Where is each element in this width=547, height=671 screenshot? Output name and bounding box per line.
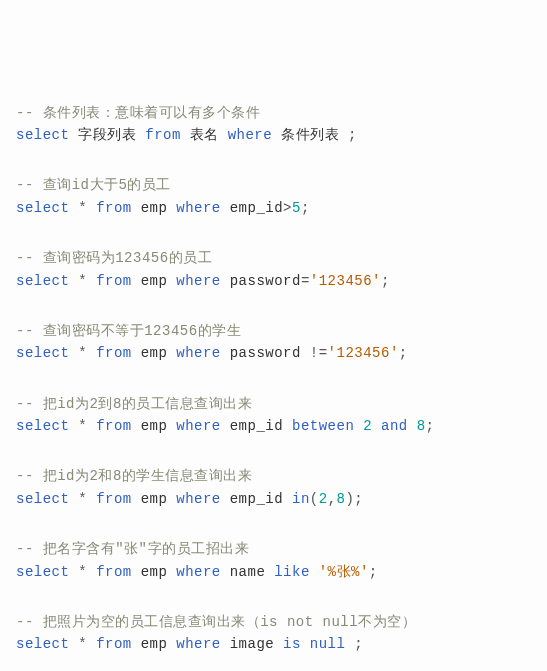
blank-line xyxy=(16,597,531,611)
token-ident xyxy=(408,418,417,434)
token-comment: -- 条件列表：意味着可以有多个条件 xyxy=(16,105,260,121)
token-ident: image xyxy=(221,636,283,652)
token-kw: where xyxy=(176,200,221,216)
token-ident: emp xyxy=(132,200,177,216)
token-kw: from xyxy=(145,127,181,143)
token-kw: select xyxy=(16,418,69,434)
token-ident: password xyxy=(221,345,310,361)
token-str: '123456' xyxy=(310,273,381,289)
token-ident xyxy=(87,200,96,216)
token-str: '123456' xyxy=(328,345,399,361)
blank-line xyxy=(16,437,531,451)
token-ident xyxy=(69,200,78,216)
code-line: -- 把id为2到8的员工信息查询出来 xyxy=(16,393,531,415)
token-ident: emp_id xyxy=(221,418,292,434)
token-punct: ( xyxy=(310,491,319,507)
token-num: 8 xyxy=(417,418,426,434)
code-line: -- 把名字含有"张"字的员工招出来 xyxy=(16,538,531,560)
token-ident: emp_id xyxy=(221,200,283,216)
token-ident: 表名 xyxy=(181,127,228,143)
token-op: * xyxy=(78,491,87,507)
token-comment: -- 把id为2和8的学生信息查询出来 xyxy=(16,468,252,484)
token-op: * xyxy=(78,636,87,652)
token-num: 5 xyxy=(292,200,301,216)
token-punct: ; xyxy=(354,636,363,652)
token-kw: between xyxy=(292,418,354,434)
token-kw: in xyxy=(292,491,310,507)
token-op: * xyxy=(78,418,87,434)
token-kw: where xyxy=(176,273,221,289)
token-op: > xyxy=(283,200,292,216)
blank-line xyxy=(16,510,531,524)
token-kw: is xyxy=(283,636,301,652)
token-ident: 字段列表 xyxy=(69,127,145,143)
code-line: -- 条件列表：意味着可以有多个条件 xyxy=(16,102,531,124)
blank-line xyxy=(16,292,531,306)
token-ident xyxy=(87,636,96,652)
blank-line xyxy=(16,219,531,233)
token-ident xyxy=(301,636,310,652)
token-punct: ; xyxy=(426,418,435,434)
code-line: -- 查询id大于5的员工 xyxy=(16,174,531,196)
token-kw: select xyxy=(16,127,69,143)
token-kw: like xyxy=(274,564,310,580)
code-line: select 字段列表 from 表名 where 条件列表 ; xyxy=(16,124,531,146)
token-comment: -- 查询密码不等于123456的学生 xyxy=(16,323,241,339)
token-ident: emp xyxy=(132,564,177,580)
token-kw: and xyxy=(381,418,408,434)
token-kw: where xyxy=(176,636,221,652)
token-ident: emp_id xyxy=(221,491,292,507)
token-kw: where xyxy=(176,564,221,580)
blank-line xyxy=(16,233,531,247)
token-kw: from xyxy=(96,418,132,434)
token-ident xyxy=(69,564,78,580)
token-ident xyxy=(69,418,78,434)
token-ident xyxy=(345,636,354,652)
token-kw: from xyxy=(96,491,132,507)
token-str: '%张%' xyxy=(319,564,369,580)
token-punct: ; xyxy=(381,273,390,289)
token-kw: where xyxy=(176,418,221,434)
token-op: * xyxy=(78,564,87,580)
token-kw: select xyxy=(16,200,69,216)
token-punct: , xyxy=(328,491,337,507)
token-ident xyxy=(372,418,381,434)
token-comment: -- 把名字含有"张"字的员工招出来 xyxy=(16,541,249,557)
token-ident xyxy=(87,564,96,580)
token-kw: from xyxy=(96,200,132,216)
blank-line xyxy=(16,583,531,597)
blank-line xyxy=(16,306,531,320)
token-kw: where xyxy=(228,127,273,143)
token-kw: from xyxy=(96,564,132,580)
code-line: select * from emp where emp_id>5; xyxy=(16,197,531,219)
token-op: != xyxy=(310,345,328,361)
code-line: select * from emp where emp_id between 2… xyxy=(16,415,531,437)
token-ident: emp xyxy=(132,491,177,507)
token-ident xyxy=(87,345,96,361)
token-kw: select xyxy=(16,273,69,289)
token-ident xyxy=(69,273,78,289)
token-kw: select xyxy=(16,491,69,507)
token-kw: where xyxy=(176,345,221,361)
token-ident: emp xyxy=(132,345,177,361)
code-line: select * from emp where name like '%张%'; xyxy=(16,561,531,583)
blank-line xyxy=(16,146,531,160)
token-op: * xyxy=(78,345,87,361)
token-punct: ; xyxy=(369,564,378,580)
token-kw: where xyxy=(176,491,221,507)
code-line: -- 查询密码为123456的员工 xyxy=(16,247,531,269)
token-ident: emp xyxy=(132,273,177,289)
code-line: -- 把照片为空的员工信息查询出来（is not null不为空） xyxy=(16,611,531,633)
token-num: 2 xyxy=(363,418,372,434)
blank-line xyxy=(16,524,531,538)
token-comment: -- 查询密码为123456的员工 xyxy=(16,250,212,266)
code-line: select * from emp where password='123456… xyxy=(16,270,531,292)
token-ident: password xyxy=(221,273,301,289)
token-kw: from xyxy=(96,345,132,361)
token-ident: 条件列表 xyxy=(272,127,348,143)
token-kw: from xyxy=(96,273,132,289)
token-ident xyxy=(310,564,319,580)
code-line: select * from emp where image is null ; xyxy=(16,633,531,655)
code-line: -- 查询密码不等于123456的学生 xyxy=(16,320,531,342)
code-line: -- 把id为2和8的学生信息查询出来 xyxy=(16,465,531,487)
